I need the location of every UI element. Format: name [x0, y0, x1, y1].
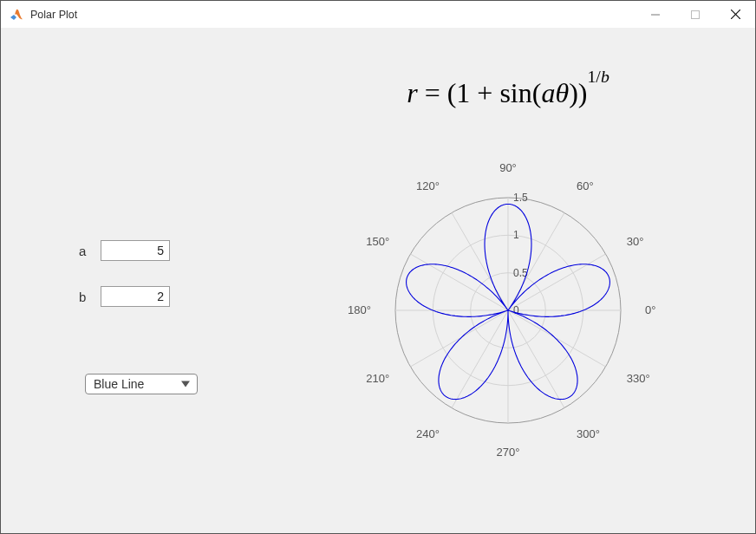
chart-area: r = (1 + sin(aθ))1/b 0°30°60°90°120°150°… [270, 46, 746, 527]
angle-tick-30: 30° [627, 235, 644, 248]
angle-tick-120: 120° [416, 179, 440, 192]
angle-tick-300: 300° [577, 427, 600, 440]
svg-line-8 [508, 254, 606, 310]
svg-line-11 [452, 212, 508, 310]
param-b-label: b [79, 290, 86, 304]
svg-line-12 [410, 254, 508, 310]
angle-tick-180: 180° [348, 303, 371, 316]
angle-tick-0: 0° [645, 303, 655, 316]
r-tick-1: 1 [513, 229, 519, 241]
close-button[interactable] [715, 1, 755, 29]
angle-tick-330: 330° [627, 372, 650, 385]
angle-tick-90: 90° [499, 161, 517, 174]
minimize-button[interactable] [635, 1, 675, 29]
titlebar: Polar Plot [1, 1, 755, 29]
maximize-button[interactable] [675, 1, 715, 29]
param-a-label: a [79, 244, 86, 258]
angle-tick-270: 270° [497, 446, 520, 459]
matlab-icon [10, 8, 23, 22]
app-client-area: a b Blue Line r = (1 + sin(aθ))1/b 0°30°… [1, 29, 755, 533]
window-title: Polar Plot [30, 9, 77, 21]
svg-rect-1 [692, 10, 700, 18]
chart-title-formula: r = (1 + sin(aθ))1/b [407, 76, 609, 109]
angle-tick-60: 60° [577, 179, 594, 192]
svg-line-9 [508, 212, 564, 310]
svg-line-15 [452, 310, 508, 408]
r-tick-1p5: 1.5 [513, 192, 528, 204]
line-style-dropdown[interactable]: Blue Line [85, 374, 198, 394]
param-a-input[interactable] [101, 240, 170, 261]
polar-plot: 0°30°60°90°120°150°180°210°240°270°300°3… [270, 128, 746, 527]
angle-tick-150: 150° [366, 235, 389, 248]
angle-tick-240: 240° [416, 427, 440, 440]
chevron-down-icon [181, 381, 190, 387]
angle-tick-210: 210° [366, 372, 389, 385]
line-style-selected: Blue Line [94, 377, 144, 391]
svg-line-18 [508, 310, 606, 367]
svg-line-17 [508, 310, 564, 408]
param-b-input[interactable] [101, 286, 170, 307]
window-controls [635, 1, 755, 29]
svg-line-14 [410, 310, 508, 367]
